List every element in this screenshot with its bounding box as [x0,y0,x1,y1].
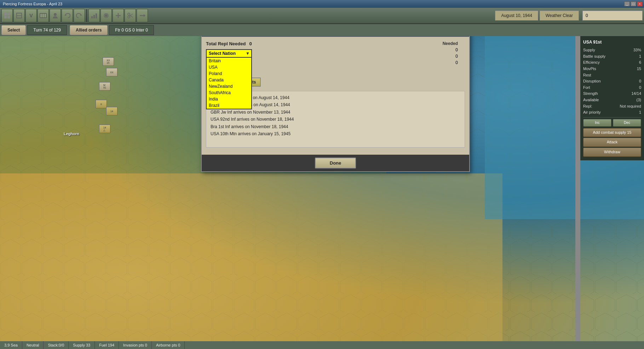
maximize-button[interactable]: □ [631,1,636,6]
nation-item-britain[interactable]: Britain [207,58,251,64]
nation-item-poland[interactable]: Poland [207,70,251,77]
map-unit-3[interactable]: M91 [99,82,110,91]
inc-dec-buttons: Inc Dec [583,119,641,127]
orders-button[interactable]: Allied orders [70,25,108,35]
extra-needed-1: 0 [264,60,465,65]
msg-5: Bra 1st Inf arrives on November 18, 1944 [211,123,460,130]
status-airborne: Airborne pts 0 [152,341,185,349]
dialog-body: Total Repl Needed 0 Select Nation ▼ Brit… [202,37,469,155]
toolbar-btn-combat[interactable] [100,9,112,22]
msg-6: USA 10th Mtn arrives on January 15, 1945 [211,130,460,137]
status-fuel: Fuel 194 [95,341,119,349]
svg-point-9 [54,13,57,16]
stat-supply: Supply 33% [583,47,641,53]
title-bar: Piercing Fortress Europa - April 23 _ □ … [0,0,644,8]
status-supply: Supply 33 [69,341,95,349]
stat-available: Available (3) [583,97,641,103]
nation-item-brazil[interactable]: Brazil [207,102,251,109]
stat-efficiency: Efficiency 6 [583,59,641,66]
dialog-top-section: Total Repl Needed 0 Select Nation ▼ Brit… [206,41,465,87]
msg-3: GBR Jw Inf arrives on November 13, 1944 [211,109,460,116]
add-combat-supply-button[interactable]: Add combat supply 15 [583,128,641,137]
right-panel: USA 91st Supply 33% Battle supply 1 Effi… [580,36,644,160]
map-unit-1[interactable]: XX15 [103,57,114,66]
reinforcement-dialog: Reinforcement status Total Repl Needed 0… [201,28,470,172]
toolbar-btn-scissors[interactable] [125,9,136,22]
total-repl-label: Total Repl Needed [206,41,246,46]
dialog-right-col: Needed 0 0 0 [264,41,465,65]
total-repl-row: Total Repl Needed 0 [206,41,261,46]
close-button[interactable]: × [637,1,643,6]
toolbar-btn-select[interactable] [1,9,13,22]
map-label-leghorn: Leghorn [64,132,79,136]
svg-marker-24 [144,14,145,17]
combat-info: Ftr 0 GS 0 Inter 0 [109,25,154,35]
nation-item-india[interactable]: India [207,96,251,102]
svg-rect-13 [93,15,95,18]
status-bar: 3,9 Sea Neutral Stack:0/0 Supply 33 Fuel… [0,341,644,349]
nation-dropdown-container: Select Nation ▼ Britain USA Poland Canad… [206,49,252,58]
svg-rect-12 [91,16,93,18]
toolbar-btn-2[interactable] [13,9,25,22]
weather-display: Weather Clear [540,11,579,21]
stat-rest: Rest [583,72,641,79]
window-controls: _ □ × [624,1,643,6]
toolbar-btn-plus[interactable] [113,9,124,22]
inc-button[interactable]: Inc [583,119,611,127]
nation-dropdown[interactable]: Select Nation ▼ [206,49,252,58]
status-stack: Stack:0/0 [44,341,69,349]
nation-item-canada[interactable]: Canada [207,77,251,83]
svg-rect-2 [4,16,7,18]
stat-air-priority: Air priority 1 [583,109,641,116]
toolbar: V August 10, 1944 Weather Clear 0 [0,8,644,24]
status-neutral: Neutral [22,341,44,349]
toolbar-btn-supply[interactable] [38,9,49,22]
select-button[interactable]: Select [1,25,26,35]
needed-header-row: Needed [264,41,465,46]
stat-strength: Strength 14/14 [583,91,641,97]
nation-item-newzealand[interactable]: NewZealand [207,83,251,90]
dec-button[interactable]: Dec [613,119,641,127]
status-invasion: Invasion pts 0 [119,341,152,349]
svg-rect-14 [96,13,97,18]
map-unit-5[interactable]: 14 [106,107,117,115]
toolbar-btn-undo[interactable] [62,9,73,22]
casualties-needed: 0 [264,54,465,59]
scroll-bar-right[interactable] [575,36,580,341]
nation-item-usa[interactable]: USA [207,64,251,70]
map-unit-2[interactable]: XX [106,68,117,76]
status-coords: 3,9 Sea [0,341,22,349]
svg-rect-1 [7,13,10,15]
svg-rect-3 [7,16,10,18]
terrain-land [0,173,502,341]
needed-header: Needed [443,41,458,46]
toolbar-btn-rotate[interactable] [74,9,85,22]
toolbar-btn-arrow[interactable] [137,9,148,22]
withdraw-button[interactable]: Withdraw [583,148,641,157]
stat-fort: Fort 0 [583,85,641,91]
msg-4: USA 92nd Inf arrives on November 18, 194… [211,116,460,123]
svg-rect-0 [4,13,7,15]
minimize-button[interactable]: _ [624,1,630,6]
stat-repl: Repl: Not required [583,103,641,110]
svg-rect-6 [40,13,46,18]
done-button-row: Done [202,155,469,171]
nation-item-southafrica[interactable]: SouthAfrica [207,90,251,96]
unit-name: USA 91st [583,39,641,46]
dropdown-arrow-icon: ▼ [246,51,250,56]
map-unit-6[interactable]: 14△ [99,125,110,133]
done-button[interactable]: Done [315,158,356,168]
turn-info: Turn 74 of 129 [27,25,67,35]
score-display: 0 [582,11,643,21]
svg-point-15 [105,14,108,17]
toolbar-divider-1 [86,9,87,22]
attack-button[interactable]: Attack [583,138,641,147]
dialog-left-col: Total Repl Needed 0 Select Nation ▼ Brit… [206,41,261,87]
nation-dropdown-list: Britain USA Poland Canada NewZealand Sou… [206,58,252,109]
divider-1 [583,117,641,118]
map-unit-4[interactable]: II [96,100,107,108]
toolbar-btn-unit[interactable] [50,9,61,22]
toolbar-btn-v[interactable]: V [25,9,37,22]
toolbar-btn-chart[interactable] [88,9,100,22]
stat-movpts: MovPts 15 [583,66,641,72]
